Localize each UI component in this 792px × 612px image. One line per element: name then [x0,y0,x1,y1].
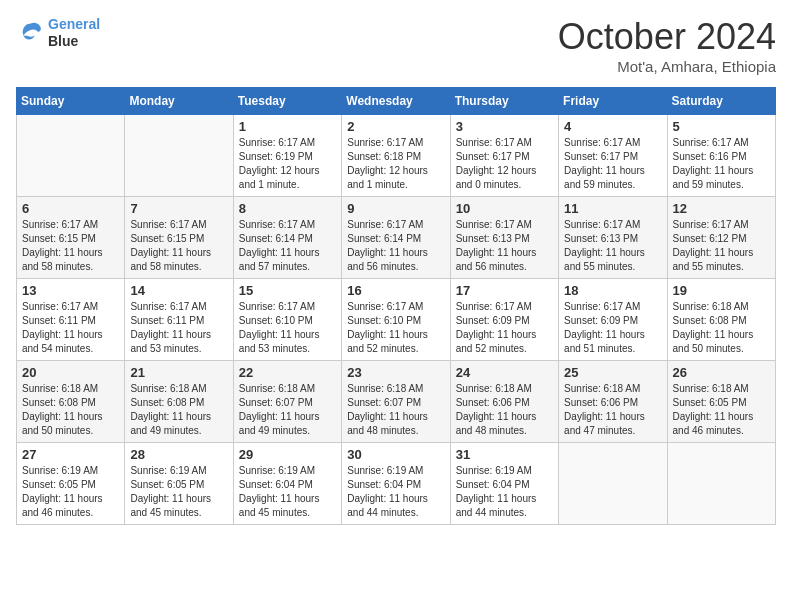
calendar-body: 1Sunrise: 6:17 AM Sunset: 6:19 PM Daylig… [17,115,776,525]
day-info: Sunrise: 6:17 AM Sunset: 6:11 PM Dayligh… [22,300,119,356]
calendar-cell: 12Sunrise: 6:17 AM Sunset: 6:12 PM Dayli… [667,197,775,279]
day-number: 4 [564,119,661,134]
weekday-header: Thursday [450,88,558,115]
calendar-cell [559,443,667,525]
day-info: Sunrise: 6:18 AM Sunset: 6:08 PM Dayligh… [673,300,770,356]
day-number: 27 [22,447,119,462]
month-title: October 2024 [558,16,776,58]
weekday-header: Sunday [17,88,125,115]
logo-icon [16,19,44,47]
calendar-cell: 11Sunrise: 6:17 AM Sunset: 6:13 PM Dayli… [559,197,667,279]
day-info: Sunrise: 6:18 AM Sunset: 6:08 PM Dayligh… [130,382,227,438]
weekday-header: Monday [125,88,233,115]
title-block: October 2024 Mot'a, Amhara, Ethiopia [558,16,776,75]
calendar-cell: 22Sunrise: 6:18 AM Sunset: 6:07 PM Dayli… [233,361,341,443]
calendar-cell: 23Sunrise: 6:18 AM Sunset: 6:07 PM Dayli… [342,361,450,443]
day-info: Sunrise: 6:18 AM Sunset: 6:08 PM Dayligh… [22,382,119,438]
calendar-cell: 28Sunrise: 6:19 AM Sunset: 6:05 PM Dayli… [125,443,233,525]
day-info: Sunrise: 6:18 AM Sunset: 6:06 PM Dayligh… [564,382,661,438]
calendar-cell: 26Sunrise: 6:18 AM Sunset: 6:05 PM Dayli… [667,361,775,443]
calendar-table: SundayMondayTuesdayWednesdayThursdayFrid… [16,87,776,525]
day-number: 8 [239,201,336,216]
day-info: Sunrise: 6:17 AM Sunset: 6:13 PM Dayligh… [564,218,661,274]
page-header: General Blue October 2024 Mot'a, Amhara,… [16,16,776,75]
day-number: 21 [130,365,227,380]
weekday-header: Saturday [667,88,775,115]
day-info: Sunrise: 6:19 AM Sunset: 6:04 PM Dayligh… [456,464,553,520]
day-info: Sunrise: 6:17 AM Sunset: 6:09 PM Dayligh… [564,300,661,356]
day-number: 29 [239,447,336,462]
calendar-cell: 29Sunrise: 6:19 AM Sunset: 6:04 PM Dayli… [233,443,341,525]
calendar-cell: 19Sunrise: 6:18 AM Sunset: 6:08 PM Dayli… [667,279,775,361]
day-number: 16 [347,283,444,298]
day-number: 7 [130,201,227,216]
weekday-header: Tuesday [233,88,341,115]
day-number: 2 [347,119,444,134]
day-info: Sunrise: 6:19 AM Sunset: 6:05 PM Dayligh… [22,464,119,520]
calendar-cell: 17Sunrise: 6:17 AM Sunset: 6:09 PM Dayli… [450,279,558,361]
day-number: 14 [130,283,227,298]
calendar-cell [125,115,233,197]
calendar-cell [667,443,775,525]
calendar-cell: 25Sunrise: 6:18 AM Sunset: 6:06 PM Dayli… [559,361,667,443]
calendar-cell: 16Sunrise: 6:17 AM Sunset: 6:10 PM Dayli… [342,279,450,361]
day-number: 10 [456,201,553,216]
day-number: 3 [456,119,553,134]
day-info: Sunrise: 6:17 AM Sunset: 6:18 PM Dayligh… [347,136,444,192]
calendar-cell: 14Sunrise: 6:17 AM Sunset: 6:11 PM Dayli… [125,279,233,361]
day-number: 28 [130,447,227,462]
day-info: Sunrise: 6:17 AM Sunset: 6:14 PM Dayligh… [347,218,444,274]
calendar-cell: 3Sunrise: 6:17 AM Sunset: 6:17 PM Daylig… [450,115,558,197]
day-info: Sunrise: 6:17 AM Sunset: 6:17 PM Dayligh… [564,136,661,192]
day-number: 6 [22,201,119,216]
day-info: Sunrise: 6:17 AM Sunset: 6:16 PM Dayligh… [673,136,770,192]
weekday-header: Friday [559,88,667,115]
calendar-cell: 7Sunrise: 6:17 AM Sunset: 6:15 PM Daylig… [125,197,233,279]
day-info: Sunrise: 6:17 AM Sunset: 6:19 PM Dayligh… [239,136,336,192]
calendar-header: SundayMondayTuesdayWednesdayThursdayFrid… [17,88,776,115]
day-number: 11 [564,201,661,216]
calendar-cell: 10Sunrise: 6:17 AM Sunset: 6:13 PM Dayli… [450,197,558,279]
day-number: 20 [22,365,119,380]
day-info: Sunrise: 6:17 AM Sunset: 6:13 PM Dayligh… [456,218,553,274]
day-info: Sunrise: 6:19 AM Sunset: 6:04 PM Dayligh… [239,464,336,520]
day-number: 31 [456,447,553,462]
calendar-cell: 13Sunrise: 6:17 AM Sunset: 6:11 PM Dayli… [17,279,125,361]
day-number: 26 [673,365,770,380]
day-info: Sunrise: 6:17 AM Sunset: 6:10 PM Dayligh… [347,300,444,356]
calendar-week-row: 27Sunrise: 6:19 AM Sunset: 6:05 PM Dayli… [17,443,776,525]
day-info: Sunrise: 6:18 AM Sunset: 6:07 PM Dayligh… [347,382,444,438]
day-info: Sunrise: 6:18 AM Sunset: 6:06 PM Dayligh… [456,382,553,438]
calendar-cell: 5Sunrise: 6:17 AM Sunset: 6:16 PM Daylig… [667,115,775,197]
day-info: Sunrise: 6:17 AM Sunset: 6:10 PM Dayligh… [239,300,336,356]
calendar-cell: 20Sunrise: 6:18 AM Sunset: 6:08 PM Dayli… [17,361,125,443]
calendar-cell: 31Sunrise: 6:19 AM Sunset: 6:04 PM Dayli… [450,443,558,525]
logo: General Blue [16,16,100,50]
calendar-cell: 15Sunrise: 6:17 AM Sunset: 6:10 PM Dayli… [233,279,341,361]
day-info: Sunrise: 6:17 AM Sunset: 6:15 PM Dayligh… [130,218,227,274]
day-number: 23 [347,365,444,380]
calendar-cell: 8Sunrise: 6:17 AM Sunset: 6:14 PM Daylig… [233,197,341,279]
calendar-cell: 6Sunrise: 6:17 AM Sunset: 6:15 PM Daylig… [17,197,125,279]
day-info: Sunrise: 6:18 AM Sunset: 6:05 PM Dayligh… [673,382,770,438]
calendar-cell: 2Sunrise: 6:17 AM Sunset: 6:18 PM Daylig… [342,115,450,197]
day-info: Sunrise: 6:17 AM Sunset: 6:17 PM Dayligh… [456,136,553,192]
day-number: 22 [239,365,336,380]
day-number: 17 [456,283,553,298]
day-info: Sunrise: 6:17 AM Sunset: 6:14 PM Dayligh… [239,218,336,274]
day-number: 24 [456,365,553,380]
calendar-cell: 27Sunrise: 6:19 AM Sunset: 6:05 PM Dayli… [17,443,125,525]
calendar-week-row: 20Sunrise: 6:18 AM Sunset: 6:08 PM Dayli… [17,361,776,443]
day-number: 9 [347,201,444,216]
calendar-cell [17,115,125,197]
calendar-week-row: 6Sunrise: 6:17 AM Sunset: 6:15 PM Daylig… [17,197,776,279]
day-info: Sunrise: 6:17 AM Sunset: 6:09 PM Dayligh… [456,300,553,356]
calendar-cell: 1Sunrise: 6:17 AM Sunset: 6:19 PM Daylig… [233,115,341,197]
calendar-cell: 18Sunrise: 6:17 AM Sunset: 6:09 PM Dayli… [559,279,667,361]
day-number: 1 [239,119,336,134]
calendar-cell: 9Sunrise: 6:17 AM Sunset: 6:14 PM Daylig… [342,197,450,279]
header-row: SundayMondayTuesdayWednesdayThursdayFrid… [17,88,776,115]
calendar-week-row: 13Sunrise: 6:17 AM Sunset: 6:11 PM Dayli… [17,279,776,361]
day-info: Sunrise: 6:19 AM Sunset: 6:04 PM Dayligh… [347,464,444,520]
calendar-cell: 4Sunrise: 6:17 AM Sunset: 6:17 PM Daylig… [559,115,667,197]
